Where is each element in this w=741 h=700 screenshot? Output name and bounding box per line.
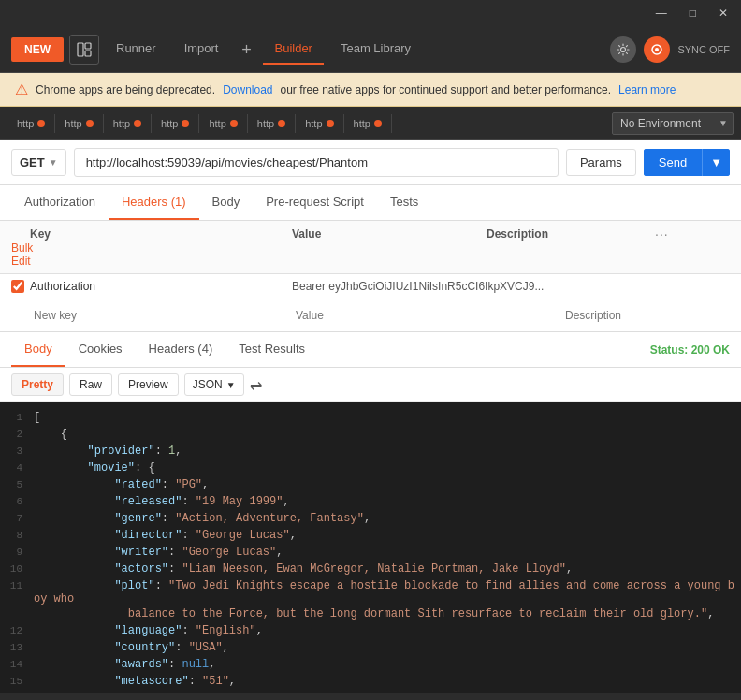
- code-toolbar: Pretty Raw Preview JSON ▼ ⇌: [0, 368, 741, 402]
- warning-middle-text: our free native apps for continued suppo…: [281, 83, 612, 96]
- code-line-16: 16 "rating": "6.5",: [0, 691, 741, 693]
- language-label: JSON: [193, 378, 223, 391]
- environment-select-wrapper: No Environment ▼: [612, 112, 734, 135]
- code-line-13: 13 "country": "USA",: [0, 640, 741, 657]
- close-button[interactable]: ✕: [713, 5, 734, 22]
- http-tab-4[interactable]: http: [152, 114, 199, 133]
- format-pretty-button[interactable]: Pretty: [11, 373, 64, 396]
- format-preview-button[interactable]: Preview: [118, 373, 179, 396]
- tab-runner[interactable]: Runner: [105, 34, 167, 65]
- http-tab-1[interactable]: http: [7, 114, 55, 133]
- warning-banner: ⚠ Chrome apps are being deprecated. Down…: [0, 73, 741, 107]
- svg-rect-1: [85, 43, 91, 49]
- code-line-9: 9 "writer": "George Lucas",: [0, 545, 741, 561]
- format-raw-button[interactable]: Raw: [69, 373, 112, 396]
- http-tab-6[interactable]: http: [248, 114, 296, 133]
- new-description-input[interactable]: [561, 305, 730, 326]
- new-key-input[interactable]: [30, 305, 292, 326]
- code-line-5: 5 "rated": "PG",: [0, 477, 741, 494]
- code-line-1: 1 [: [0, 410, 741, 427]
- new-value-input[interactable]: [292, 305, 561, 326]
- http-tab-8[interactable]: http: [344, 114, 392, 133]
- sync-icon-button[interactable]: [644, 36, 670, 63]
- column-options-icon[interactable]: ···: [655, 226, 730, 241]
- http-tab-2[interactable]: http: [55, 114, 103, 133]
- http-label: http: [305, 118, 322, 129]
- code-line-10: 10 "actors": "Liam Neeson, Ewan McGregor…: [0, 561, 741, 578]
- minimize-button[interactable]: —: [650, 5, 673, 22]
- tab-dot: [374, 120, 382, 127]
- url-input[interactable]: [74, 148, 559, 177]
- res-tab-body[interactable]: Body: [11, 332, 65, 367]
- environment-dropdown[interactable]: No Environment: [612, 112, 734, 135]
- method-chevron-icon: ▼: [49, 157, 58, 168]
- code-line-4: 4 "movie": {: [0, 460, 741, 477]
- request-bar: GET ▼ Params Send ▼: [0, 140, 741, 185]
- headers-table: Key Value Description ··· Bulk Edit Auth…: [0, 221, 741, 331]
- add-tab-button[interactable]: +: [235, 38, 257, 61]
- tab-headers[interactable]: Headers (1): [109, 185, 199, 220]
- header-row-1: Authorization Bearer eyJhbGciOiJIUzI1NiI…: [0, 274, 741, 299]
- method-label: GET: [20, 155, 45, 169]
- http-tab-3[interactable]: http: [104, 114, 152, 133]
- method-select[interactable]: GET ▼: [11, 149, 66, 176]
- http-label: http: [113, 118, 130, 129]
- http-tab-7[interactable]: http: [296, 114, 343, 133]
- res-tab-test-results[interactable]: Test Results: [225, 332, 318, 367]
- request-tabs: Authorization Headers (1) Body Pre-reque…: [0, 185, 741, 221]
- code-line-12: 12 "language": "English",: [0, 623, 741, 640]
- http-label: http: [65, 118, 81, 129]
- tab-prerequest[interactable]: Pre-request Script: [253, 185, 377, 220]
- header-row-checkbox[interactable]: [11, 280, 24, 293]
- new-button[interactable]: NEW: [11, 37, 64, 62]
- col-description-header: Description: [487, 227, 655, 241]
- tab-dot: [182, 120, 189, 127]
- layout-icon-button[interactable]: [69, 35, 99, 65]
- tab-import[interactable]: Import: [173, 34, 230, 65]
- code-line-8: 8 "director": "George Lucas",: [0, 528, 741, 545]
- send-button[interactable]: Send: [644, 149, 703, 176]
- sync-label: SYNC OFF: [677, 44, 730, 55]
- header-key-cell: Authorization: [30, 280, 292, 293]
- tab-builder[interactable]: Builder: [263, 34, 323, 65]
- http-label: http: [17, 118, 34, 129]
- svg-rect-0: [78, 43, 83, 56]
- bulk-edit-button[interactable]: Bulk Edit: [11, 241, 33, 268]
- send-dropdown-button[interactable]: ▼: [703, 149, 730, 176]
- tab-dot: [86, 120, 94, 127]
- code-line-6: 6 "released": "19 May 1999",: [0, 494, 741, 511]
- res-tab-headers[interactable]: Headers (4): [136, 332, 226, 367]
- code-line-3: 3 "provider": 1,: [0, 444, 741, 460]
- code-line-7: 7 "genre": "Action, Adventure, Fantasy",: [0, 511, 741, 528]
- code-line-11: 11 "plot": "Two Jedi Knights escape a ho…: [0, 578, 741, 606]
- svg-point-3: [621, 47, 626, 51]
- response-section: Body Cookies Headers (4) Test Results St…: [0, 331, 741, 693]
- svg-rect-2: [85, 51, 91, 56]
- tab-dot: [278, 120, 285, 127]
- response-code-body[interactable]: 1 [ 2 { 3 "provider": 1, 4 "movie": { 5 …: [0, 402, 741, 693]
- params-button[interactable]: Params: [566, 149, 636, 176]
- http-label: http: [161, 118, 178, 129]
- headers-col-row: Key Value Description ··· Bulk Edit: [0, 221, 741, 274]
- download-link[interactable]: Download: [223, 83, 272, 96]
- tab-authorization[interactable]: Authorization: [11, 185, 109, 220]
- tab-dot: [37, 120, 45, 127]
- http-label: http: [257, 118, 274, 129]
- tab-dot: [327, 120, 334, 127]
- http-tab-5[interactable]: http: [199, 114, 247, 133]
- maximize-button[interactable]: □: [684, 5, 702, 22]
- code-line-11b: balance to the Force, but the long dorma…: [0, 606, 741, 623]
- tab-team-library[interactable]: Team Library: [329, 34, 422, 65]
- header-value-cell: Bearer eyJhbGciOiJIUzI1NiIsInR5cCI6IkpXV…: [292, 280, 561, 293]
- main-nav: NEW Runner Import + Builder Team Library…: [0, 26, 741, 73]
- language-select[interactable]: JSON ▼: [184, 373, 244, 396]
- code-line-2: 2 {: [0, 427, 741, 444]
- tab-tests[interactable]: Tests: [377, 185, 431, 220]
- wrap-lines-icon[interactable]: ⇌: [250, 376, 262, 394]
- status-badge: Status: 200 OK: [650, 340, 730, 360]
- tab-body[interactable]: Body: [199, 185, 254, 220]
- learn-more-link[interactable]: Learn more: [618, 83, 676, 96]
- res-tab-cookies[interactable]: Cookies: [65, 332, 136, 367]
- settings-icon-button[interactable]: [610, 36, 636, 63]
- svg-point-5: [655, 48, 659, 51]
